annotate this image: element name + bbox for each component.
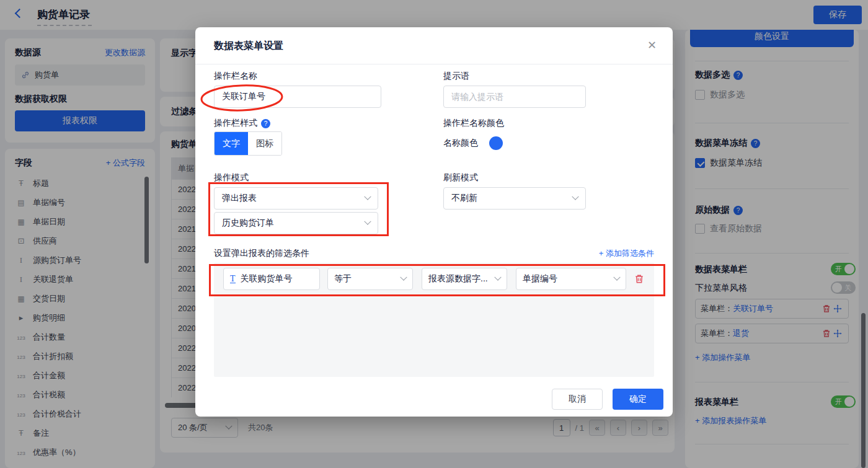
modal-header: 数据表菜单设置 ✕	[195, 27, 673, 64]
style-label-text: 操作栏样式	[214, 118, 257, 129]
filter-field-box[interactable]: 关联购货单号	[223, 268, 320, 290]
tip-label: 提示语	[443, 71, 469, 82]
filter-operator-value: 等于	[334, 273, 352, 285]
swatch-label: 名称颜色	[443, 138, 478, 149]
filter-source-value: 报表源数据字...	[428, 273, 488, 285]
name-color-label: 操作栏名称颜色	[443, 118, 504, 129]
mode-value: 弹出报表	[222, 193, 257, 204]
trash-icon[interactable]	[634, 273, 645, 285]
help-icon[interactable]	[261, 119, 270, 128]
add-filter-link[interactable]: + 添加筛选条件	[599, 248, 654, 259]
confirm-button[interactable]: 确定	[613, 389, 663, 410]
style-option-icon[interactable]: 图标	[248, 132, 281, 155]
chevron-down-icon	[572, 193, 578, 200]
chevron-down-icon	[364, 193, 371, 200]
chevron-down-icon	[364, 218, 371, 225]
chevron-down-icon	[494, 274, 501, 281]
report-select[interactable]: 历史购货订单	[214, 212, 378, 234]
report-value: 历史购货订单	[222, 218, 274, 229]
chevron-down-icon	[400, 274, 407, 281]
text-type-icon	[230, 275, 236, 283]
chevron-down-icon	[613, 274, 620, 281]
filter-target-value: 单据编号	[523, 273, 557, 285]
tip-input[interactable]	[443, 86, 586, 108]
refresh-select[interactable]: 不刷新	[443, 187, 586, 210]
modal-title: 数据表菜单设置	[214, 40, 283, 53]
cancel-button[interactable]: 取消	[552, 389, 603, 410]
close-icon[interactable]: ✕	[647, 38, 657, 52]
style-option-text[interactable]: 文字	[215, 132, 248, 155]
report-designer-page: 购货单记录 保存 数据源 更改数据源 购货单 数据获取权限 报表权限 字段 + …	[0, 0, 868, 468]
table-menu-settings-modal: 数据表菜单设置 ✕ 操作栏名称 提示语 操作栏样式 文字 图标 操作栏名称颜色 …	[195, 27, 673, 417]
name-label: 操作栏名称	[214, 71, 257, 82]
style-segmented-control: 文字 图标	[214, 131, 282, 156]
mode-label: 操作模式	[214, 172, 249, 183]
style-label: 操作栏样式	[214, 118, 270, 129]
mode-select[interactable]: 弹出报表	[214, 187, 378, 210]
filter-operator-select[interactable]: 等于	[327, 268, 413, 290]
filter-source-select[interactable]: 报表源数据字...	[422, 268, 507, 290]
refresh-value: 不刷新	[451, 193, 477, 204]
action-name-input[interactable]	[214, 86, 381, 108]
filter-target-select[interactable]: 单据编号	[516, 268, 626, 290]
color-swatch[interactable]	[489, 136, 503, 150]
refresh-label: 刷新模式	[443, 172, 478, 183]
filter-field-value: 关联购货单号	[241, 273, 293, 285]
name-color-row: 名称颜色	[443, 136, 503, 150]
filter-conditions-panel: 关联购货单号 等于 报表源数据字... 单据编号	[214, 263, 654, 377]
filter-section-label: 设置弹出报表的筛选条件	[214, 248, 309, 259]
